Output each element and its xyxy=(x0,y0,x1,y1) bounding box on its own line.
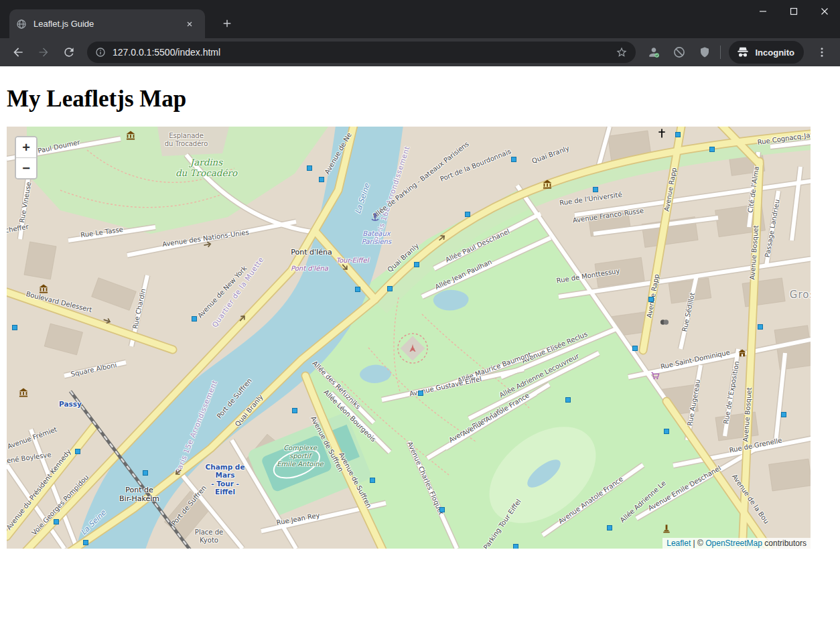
browser-window: Leaflet.js Guide xyxy=(0,0,840,633)
osm-link[interactable]: OpenStreetMap xyxy=(705,539,762,548)
browser-tab[interactable]: Leaflet.js Guide xyxy=(9,9,205,38)
address-bar[interactable]: 127.0.0.1:5500/index.html xyxy=(87,42,636,63)
zoom-in-button[interactable]: + xyxy=(16,137,36,158)
maximize-button[interactable] xyxy=(778,0,809,23)
new-tab-button[interactable] xyxy=(218,15,236,32)
minimize-button[interactable] xyxy=(748,0,778,23)
incognito-label: Incognito xyxy=(756,48,795,58)
back-button[interactable] xyxy=(7,41,29,64)
leaflet-link[interactable]: Leaflet xyxy=(667,539,691,548)
menu-kebab-icon[interactable] xyxy=(811,41,833,64)
url-text[interactable]: 127.0.0.1:5500/index.html xyxy=(113,47,616,58)
map-tiles xyxy=(7,127,811,549)
attribution-bar: Leaflet | © OpenStreetMap contributors xyxy=(662,538,811,549)
zoom-out-button[interactable]: − xyxy=(16,158,36,178)
page-title: My Leafletjs Map xyxy=(7,86,840,113)
forward-button[interactable] xyxy=(32,41,55,64)
reload-button[interactable] xyxy=(58,41,80,64)
site-info-icon[interactable] xyxy=(95,47,106,58)
profile-icon[interactable] xyxy=(642,41,665,64)
extension-shield-icon[interactable] xyxy=(693,41,716,64)
incognito-icon xyxy=(736,45,750,60)
attribution-separator: | © xyxy=(691,539,705,548)
content-blocked-icon[interactable] xyxy=(668,41,691,64)
window-controls xyxy=(748,0,840,23)
favicon-globe-icon xyxy=(16,19,27,29)
incognito-badge[interactable]: Incognito xyxy=(729,41,804,64)
tab-close-icon[interactable] xyxy=(181,15,198,33)
toolbar-separator xyxy=(720,46,721,59)
close-window-button[interactable] xyxy=(809,0,840,23)
bookmark-star-icon[interactable] xyxy=(616,46,628,58)
browser-toolbar: 127.0.0.1:5500/index.html xyxy=(0,38,840,66)
zoom-control: + − xyxy=(15,136,38,180)
tab-strip: Leaflet.js Guide xyxy=(0,0,840,38)
tab-title: Leaflet.js Guide xyxy=(33,19,181,29)
page-content: My Leafletjs Map xyxy=(0,66,840,549)
leaflet-map[interactable]: Paul DoumerEsplanade du TrocadéroJardins… xyxy=(7,127,811,549)
attribution-suffix: contributors xyxy=(762,539,807,548)
